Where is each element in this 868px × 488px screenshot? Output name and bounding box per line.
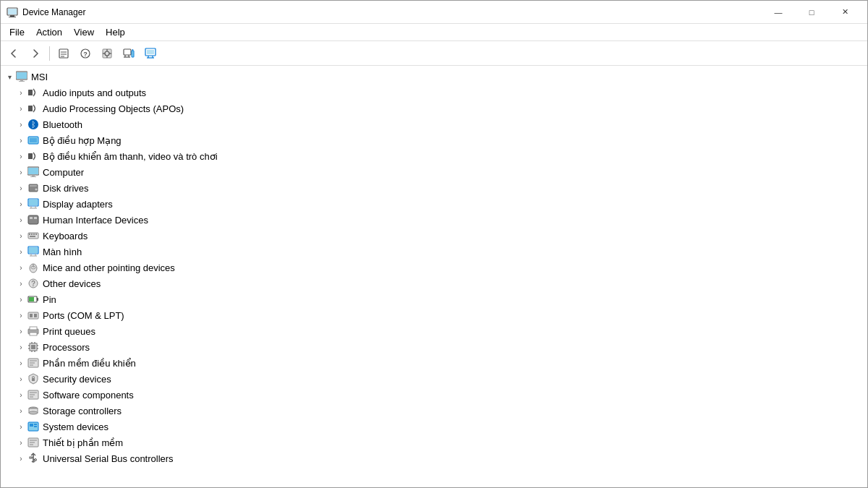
tree-children-container: › Audio inputs and outputs › Audio Proce… [1, 85, 867, 466]
svg-rect-52 [34, 217, 37, 219]
svg-rect-46 [29, 200, 38, 205]
svg-text:?: ? [83, 51, 88, 58]
svg-rect-37 [28, 153, 33, 159]
scan-button[interactable] [119, 44, 139, 63]
tree-item-bluetooth[interactable]: › ᛒ Bluetooth [1, 116, 867, 132]
item-label-display-adapters: Display adapters [43, 199, 113, 210]
item-label-pin: Pin [43, 294, 56, 305]
svg-rect-71 [29, 297, 34, 301]
action-button[interactable] [97, 44, 117, 63]
device-tree: ▾ MSI › Audio inputs and outputs › [1, 66, 867, 487]
svg-point-44 [35, 189, 38, 191]
svg-rect-77 [30, 333, 37, 335]
menu-file[interactable]: File [4, 25, 30, 39]
item-label-monitors: Màn hình [43, 247, 82, 257]
menu-action[interactable]: Action [30, 25, 68, 39]
svg-rect-2 [9, 17, 16, 17]
monitor-button[interactable] [140, 44, 161, 63]
tree-item-pin[interactable]: › Pin [1, 291, 867, 307]
item-label-computer: Computer [43, 167, 84, 178]
tree-item-print-queues[interactable]: › Print queues [1, 323, 867, 339]
item-arrow-hid: › [15, 216, 27, 224]
tree-item-ports[interactable]: › Ports (COM & LPT) [1, 307, 867, 323]
tree-item-display-adapters[interactable]: › Display adapters [1, 196, 867, 212]
item-label-mice: Mice and other pointing devices [43, 262, 175, 273]
item-label-system: System devices [43, 421, 109, 432]
svg-rect-103 [34, 424, 37, 425]
tree-item-monitors[interactable]: › Màn hình [1, 244, 867, 260]
item-arrow-mice: › [15, 264, 27, 272]
bluetooth-icon-bluetooth: ᛒ [27, 118, 40, 131]
tree-item-audio-io[interactable]: › Audio inputs and outputs [1, 85, 867, 100]
tree-item-hid[interactable]: › Human Interface Devices [1, 212, 867, 228]
back-button[interactable] [4, 44, 24, 63]
title-bar: Device Manager — □ ✕ [1, 1, 867, 24]
tree-item-disk-drives[interactable]: › Disk drives [1, 180, 867, 196]
minimize-button[interactable]: — [762, 1, 795, 24]
item-label-disk-drives: Disk drives [43, 183, 89, 194]
svg-rect-41 [30, 176, 36, 177]
tree-item-mice[interactable]: › Mice and other pointing devices [1, 260, 867, 275]
menu-bar: File Action View Help [1, 24, 867, 41]
item-label-other: Other devices [43, 278, 101, 289]
tree-item-network-adapter[interactable]: › Bộ điều hợp Mạng [1, 132, 867, 148]
app-icon [7, 7, 18, 18]
item-arrow-network-adapter: › [15, 137, 27, 145]
tree-item-security[interactable]: › Security devices [1, 371, 867, 387]
help-button[interactable]: ? [75, 44, 95, 63]
svg-rect-110 [30, 457, 32, 458]
tree-item-software-ctrl[interactable]: › Phần mềm điều khiển [1, 355, 867, 371]
close-button[interactable]: ✕ [828, 1, 861, 24]
keyboard-icon-keyboards [27, 229, 40, 242]
svg-rect-76 [30, 327, 37, 330]
properties-button[interactable] [54, 44, 74, 63]
item-arrow-software-comp: › [15, 391, 27, 399]
tree-item-audio-video[interactable]: › Bộ điều khiển âm thanh, video và trò c… [1, 148, 867, 164]
root-arrow: ▾ [4, 73, 15, 81]
item-arrow-processors: › [15, 343, 27, 351]
tree-item-system[interactable]: › System devices [1, 419, 867, 435]
item-arrow-computer: › [15, 168, 27, 176]
item-label-processors: Processors [43, 342, 90, 353]
tree-item-audio-apo[interactable]: › Audio Processing Objects (APOs) [1, 100, 867, 116]
tree-root-msi[interactable]: ▾ MSI [1, 69, 867, 85]
tree-item-other[interactable]: › ? Other devices [1, 275, 867, 291]
item-label-storage: Storage controllers [43, 406, 122, 416]
menu-view[interactable]: View [68, 25, 100, 39]
tree-item-software-comp[interactable]: › Software components [1, 387, 867, 403]
svg-rect-50 [28, 215, 38, 224]
tree-item-storage[interactable]: › Storage controllers [1, 403, 867, 419]
root-label: MSI [31, 72, 48, 82]
item-arrow-thiet-bi: › [15, 439, 27, 447]
tree-item-thiet-bi[interactable]: › Thiết bị phần mềm [1, 435, 867, 450]
svg-rect-55 [31, 234, 33, 235]
svg-rect-36 [30, 138, 37, 142]
item-arrow-disk-drives: › [15, 184, 27, 192]
display-icon-display-adapters [27, 197, 40, 210]
display-icon-monitors [27, 245, 40, 258]
item-label-hid: Human Interface Devices [43, 215, 148, 226]
port-icon-ports [27, 309, 40, 322]
other-icon-other: ? [27, 277, 40, 290]
svg-rect-20 [132, 51, 134, 57]
computer-icon [15, 70, 28, 83]
processor-icon-processors [27, 341, 40, 354]
audio-icon-audio-io [27, 86, 40, 99]
window-controls: — □ ✕ [762, 1, 861, 24]
item-arrow-monitors: › [15, 248, 27, 256]
tree-item-computer[interactable]: › Computer [1, 164, 867, 180]
tree-item-keyboards[interactable]: › Keyboards [1, 228, 867, 244]
item-arrow-bluetooth: › [15, 121, 27, 129]
item-label-usb: Universal Serial Bus controllers [43, 453, 174, 464]
svg-rect-74 [34, 314, 37, 317]
software-icon-software-ctrl [27, 356, 40, 369]
svg-rect-40 [32, 175, 35, 176]
tree-item-processors[interactable]: › Processors [1, 339, 867, 355]
forward-button[interactable] [25, 44, 46, 63]
tree-item-usb[interactable]: › Universal Serial Bus controllers [1, 450, 867, 466]
menu-help[interactable]: Help [100, 25, 131, 39]
item-label-print-queues: Print queues [43, 326, 95, 337]
maximize-button[interactable]: □ [795, 1, 828, 24]
svg-rect-51 [30, 217, 33, 219]
svg-rect-3 [8, 9, 17, 14]
